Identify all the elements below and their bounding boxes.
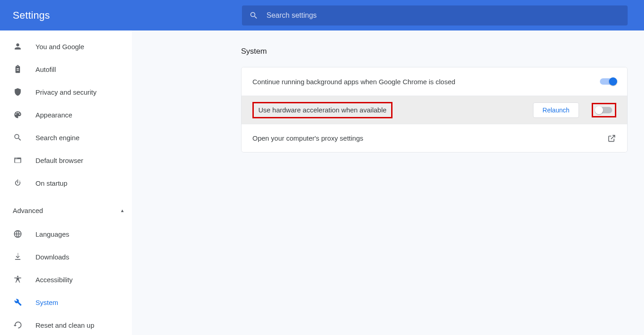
sidebar-item-label: Default browser (35, 157, 83, 164)
search-input[interactable] (267, 11, 620, 20)
sidebar-item-on-startup[interactable]: On startup (0, 172, 132, 194)
open-external-icon (607, 134, 616, 143)
restore-icon (13, 320, 23, 330)
system-settings-card: Continue running background apps when Go… (241, 67, 628, 152)
palette-icon (13, 110, 23, 119)
sidebar-item-privacy[interactable]: Privacy and security (0, 81, 132, 103)
sidebar-item-label: Autofill (35, 66, 56, 73)
sidebar-item-you-and-google[interactable]: You and Google (0, 35, 132, 58)
highlight-hw-accel-toggle (592, 103, 616, 117)
setting-label: Continue running background apps when Go… (252, 78, 600, 86)
wrench-icon (13, 298, 23, 307)
app-header: Settings (0, 0, 644, 30)
sidebar: You and Google Autofill Privacy and secu… (0, 30, 132, 335)
sidebar-item-downloads[interactable]: Downloads (0, 245, 132, 268)
setting-label: Use hardware acceleration when available (258, 106, 387, 114)
highlight-hw-accel-label: Use hardware acceleration when available (252, 102, 392, 118)
download-icon (13, 252, 23, 261)
sidebar-item-autofill[interactable]: Autofill (0, 58, 132, 81)
sidebar-item-label: Downloads (35, 253, 69, 261)
setting-row-background-apps: Continue running background apps when Go… (241, 67, 627, 96)
sidebar-advanced-label: Advanced (13, 207, 43, 214)
shield-icon (13, 87, 23, 96)
clipboard-icon (13, 65, 23, 74)
sidebar-item-label: On startup (35, 179, 67, 187)
main-content: System Continue running background apps … (132, 30, 644, 335)
search-box[interactable] (242, 5, 628, 25)
sidebar-item-label: Reset and clean up (35, 321, 94, 329)
sidebar-item-appearance[interactable]: Appearance (0, 103, 132, 126)
accessibility-icon (13, 275, 23, 284)
sidebar-item-reset[interactable]: Reset and clean up (0, 314, 132, 335)
sidebar-item-accessibility[interactable]: Accessibility (0, 268, 132, 291)
power-icon (13, 178, 23, 188)
chevron-up-icon: ▲ (120, 208, 125, 213)
search-icon (249, 11, 258, 20)
toggle-hardware-accel[interactable] (596, 107, 612, 113)
sidebar-item-label: Privacy and security (35, 88, 96, 96)
person-icon (13, 42, 23, 51)
toggle-background-apps[interactable] (600, 78, 616, 85)
sidebar-item-label: You and Google (35, 43, 84, 51)
setting-row-proxy[interactable]: Open your computer's proxy settings (241, 124, 627, 152)
section-title: System (241, 47, 628, 56)
search-icon (13, 133, 23, 142)
sidebar-item-search-engine[interactable]: Search engine (0, 126, 132, 149)
sidebar-item-label: Accessibility (35, 276, 73, 284)
globe-icon (13, 229, 23, 239)
sidebar-item-languages[interactable]: Languages (0, 223, 132, 245)
sidebar-item-default-browser[interactable]: Default browser (0, 149, 132, 172)
sidebar-item-system[interactable]: System (0, 291, 132, 314)
browser-icon (13, 156, 23, 165)
relaunch-button[interactable]: Relaunch (533, 102, 579, 118)
sidebar-advanced-toggle[interactable]: Advanced ▲ (0, 198, 132, 223)
sidebar-item-label: System (35, 299, 58, 306)
setting-label: Open your computer's proxy settings (252, 134, 607, 142)
setting-row-hardware-accel: Use hardware acceleration when available… (241, 96, 627, 124)
sidebar-item-label: Search engine (35, 134, 80, 142)
sidebar-item-label: Appearance (35, 111, 72, 119)
app-title: Settings (13, 10, 50, 21)
sidebar-item-label: Languages (35, 230, 69, 238)
